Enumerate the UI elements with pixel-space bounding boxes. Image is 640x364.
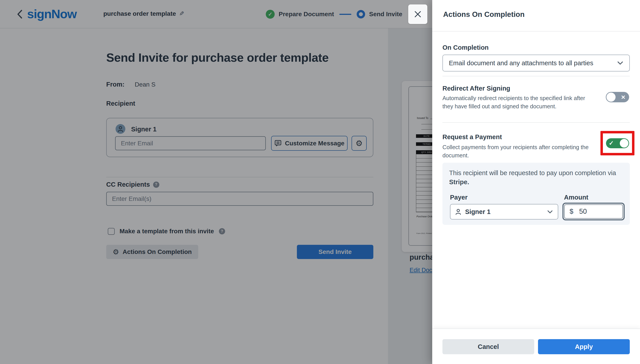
panel-title: Actions On Completion — [443, 10, 525, 19]
close-icon — [414, 10, 422, 18]
actions-on-completion-panel: Actions On Completion On Completion Emai… — [432, 0, 640, 364]
apply-button[interactable]: Apply — [538, 339, 630, 354]
request-payment-title: Request a Payment — [443, 134, 502, 141]
panel-divider — [432, 31, 640, 32]
annotation-highlight-box: ✓ — [600, 131, 634, 155]
panel-divider — [443, 122, 630, 123]
redirect-toggle-off[interactable]: ✕ — [606, 92, 629, 102]
amount-label: Amount — [564, 194, 588, 201]
toggle-check-icon: ✓ — [609, 140, 614, 147]
request-payment-description: Collect payments from your recipients af… — [443, 143, 596, 160]
chevron-down-icon — [547, 210, 553, 214]
toggle-x-icon: ✕ — [621, 94, 625, 100]
chevron-down-icon — [617, 61, 623, 65]
amount-input[interactable]: $ 50 — [562, 203, 625, 220]
on-completion-value: Email document and any attachments to al… — [449, 60, 617, 67]
person-icon — [455, 209, 461, 215]
cancel-button[interactable]: Cancel — [443, 339, 534, 354]
app-window: signNow purchase order template ✎ ✓ Prep… — [0, 0, 640, 364]
redirect-description: Automatically redirect recipients to the… — [443, 94, 596, 110]
payment-info-text-regular: This recipient will be requested to pay … — [449, 169, 616, 176]
on-completion-select[interactable]: Email document and any attachments to al… — [443, 54, 630, 72]
dollar-icon: $ — [570, 208, 573, 216]
payment-info-text: This recipient will be requested to pay … — [449, 168, 618, 187]
modal-overlay[interactable] — [0, 0, 432, 364]
amount-value: 50 — [579, 208, 587, 216]
close-button[interactable] — [408, 4, 427, 24]
payment-info-text-stripe: Stripe. — [449, 178, 469, 186]
payment-info-box: This recipient will be requested to pay … — [443, 163, 630, 225]
panel-divider — [443, 76, 630, 76]
redirect-after-signing-title: Redirect After Signing — [443, 85, 510, 92]
payment-toggle-on[interactable]: ✓ — [606, 138, 629, 148]
toggle-knob — [606, 92, 615, 102]
payer-select[interactable]: Signer 1 — [450, 204, 558, 220]
toggle-knob — [620, 139, 628, 148]
panel-footer: Cancel Apply — [432, 328, 640, 364]
on-completion-label: On Completion — [443, 44, 489, 51]
payer-value: Signer 1 — [465, 208, 543, 216]
payer-label: Payer — [450, 194, 468, 201]
